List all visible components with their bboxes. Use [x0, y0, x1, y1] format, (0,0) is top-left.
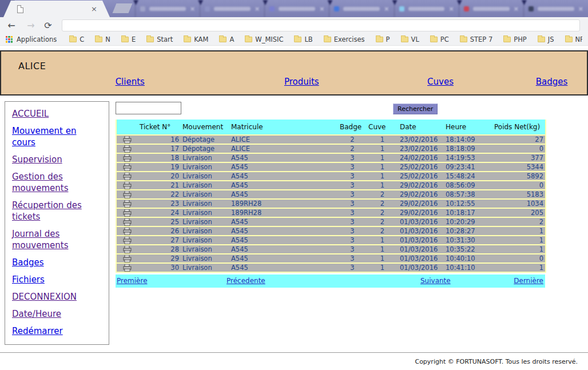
cell-cuve: 2	[367, 190, 398, 199]
back-icon[interactable]: ←	[6, 20, 17, 31]
header-nav-link[interactable]: Clients	[116, 77, 145, 87]
sidebar-item[interactable]: Récupertion des tickets	[12, 200, 102, 222]
bookmark-folder[interactable]: VL	[401, 35, 419, 43]
cell-date: 01/03/2016	[398, 226, 444, 236]
sidebar-item[interactable]: ACCUEIL	[12, 108, 49, 120]
background-browser-tab[interactable]: ×	[200, 0, 264, 17]
cell-mouvement: Livraison	[181, 263, 229, 272]
print-cell[interactable]	[116, 208, 138, 217]
bookmark-folder[interactable]: P	[376, 35, 390, 43]
active-browser-tab[interactable]: ×	[3, 1, 110, 17]
background-browser-tab[interactable]: ×	[135, 0, 200, 17]
sidebar-item[interactable]: Fichiers	[12, 274, 45, 285]
cell-date: 29/02/2016	[398, 181, 444, 190]
bookmark-folder[interactable]: JS	[538, 35, 554, 43]
tab-close-icon[interactable]: ×	[448, 5, 454, 13]
tab-close-icon[interactable]: ×	[255, 5, 260, 13]
search-button[interactable]: Rechercher	[393, 104, 438, 114]
apps-grid-icon[interactable]	[6, 36, 13, 43]
print-cell[interactable]	[116, 236, 138, 245]
pagination-first-link[interactable]: Première	[117, 277, 148, 285]
sidebar-item[interactable]: DECONNEXION	[12, 291, 77, 303]
bookmark-folder[interactable]: PC	[430, 35, 449, 43]
bookmark-folder[interactable]: Exercises	[324, 35, 365, 43]
background-browser-tab[interactable]: ×	[264, 0, 329, 17]
cell-poids: 1	[492, 263, 546, 272]
new-tab-button[interactable]	[113, 3, 133, 13]
print-cell[interactable]	[116, 263, 138, 272]
bookmark-folder[interactable]: A	[219, 35, 234, 43]
sidebar-item[interactable]: Mouvement en cours	[12, 125, 102, 148]
folder-icon	[146, 37, 154, 42]
print-cell[interactable]	[116, 181, 138, 190]
tab-close-icon[interactable]: ×	[91, 5, 97, 13]
cell-ticket: 18	[138, 153, 181, 162]
printer-icon	[123, 264, 132, 272]
cell-ticket: 29	[138, 254, 181, 263]
bookmark-folder[interactable]: E	[121, 35, 136, 43]
refresh-icon[interactable]: ⟳	[42, 20, 54, 31]
sidebar-item[interactable]: Journal des mouvements	[12, 228, 102, 251]
pagination-prev-link[interactable]: Précedente	[227, 277, 265, 285]
print-cell[interactable]	[116, 144, 138, 153]
sidebar-item[interactable]: Date/Heure	[12, 308, 61, 320]
bookmark-folder[interactable]: Start	[146, 35, 173, 43]
background-browser-tab[interactable]: ×	[459, 0, 523, 17]
blurred-tab-title	[214, 7, 251, 11]
print-cell[interactable]	[116, 162, 138, 172]
printer-icon	[123, 182, 132, 189]
cell-ticket: 17	[138, 144, 181, 153]
background-browser-tab[interactable]: ×	[329, 0, 394, 17]
print-cell[interactable]	[116, 172, 138, 181]
print-cell[interactable]	[116, 226, 138, 236]
background-tabs: × × × × ×	[135, 0, 588, 17]
tab-close-icon[interactable]: ×	[319, 5, 324, 13]
cell-badge: 3	[338, 226, 367, 236]
bookmark-folder[interactable]: N	[95, 35, 110, 43]
bookmark-folder[interactable]: PHP	[503, 35, 527, 43]
bookmark-folder[interactable]: STEP 7	[460, 35, 493, 43]
background-browser-tab[interactable]: ×	[394, 0, 459, 17]
cell-heure: 10:35:22	[444, 245, 492, 254]
print-cell[interactable]	[116, 199, 138, 208]
sidebar-item[interactable]: Redémarrer	[12, 325, 63, 337]
print-cell[interactable]	[116, 217, 138, 226]
cell-ticket: 27	[138, 236, 181, 245]
cell-date: 29/02/2016	[398, 199, 444, 208]
tab-close-icon[interactable]: ×	[578, 5, 583, 13]
folder-icon	[121, 37, 129, 42]
cell-poids: 0	[492, 254, 546, 263]
pagination-last-link[interactable]: Dernière	[514, 277, 543, 285]
print-cell[interactable]	[116, 254, 138, 263]
address-bar[interactable]	[62, 19, 580, 31]
tab-close-icon[interactable]: ×	[384, 5, 389, 13]
bookmark-folder[interactable]: C	[69, 35, 84, 43]
bookmark-folder[interactable]: LB	[294, 35, 312, 43]
header-nav-link[interactable]: Produits	[284, 77, 319, 87]
bookmark-folder[interactable]: NFC	[565, 35, 582, 43]
sidebar-item[interactable]: Gestion des mouvements	[12, 171, 102, 194]
bookmark-label: VL	[411, 35, 419, 43]
sidebar-item[interactable]: Badges	[12, 257, 44, 268]
table-row: 24 Livraison 189RH28 3 2 29/02/2016 10:1…	[116, 208, 546, 217]
cell-matricule: A545	[229, 254, 338, 263]
print-cell[interactable]	[116, 190, 138, 199]
background-browser-tab[interactable]: ×	[523, 0, 588, 17]
tab-close-icon[interactable]: ×	[514, 5, 519, 13]
forward-icon[interactable]: →	[25, 20, 37, 31]
bookmark-folder[interactable]: KAM	[184, 35, 208, 43]
print-cell[interactable]	[116, 245, 138, 254]
header-nav-link[interactable]: Cuves	[427, 77, 454, 87]
applications-label[interactable]: Applications	[17, 35, 57, 43]
header-nav-link[interactable]: Badges	[536, 77, 568, 87]
search-input[interactable]	[116, 102, 181, 114]
sidebar-item[interactable]: Supervision	[12, 154, 62, 165]
print-cell[interactable]	[116, 135, 138, 144]
search-row: Rechercher	[116, 102, 545, 119]
table-row: 17 Dépotage ALICE 2 1 23/02/2016 18:18:0…	[116, 144, 546, 153]
bookmark-folder[interactable]: W_MISIC	[245, 35, 283, 43]
print-cell[interactable]	[116, 153, 138, 162]
tab-close-icon[interactable]: ×	[190, 5, 195, 13]
cell-heure: 10:40:10	[444, 254, 492, 263]
pagination-next-link[interactable]: Suivante	[420, 277, 451, 285]
